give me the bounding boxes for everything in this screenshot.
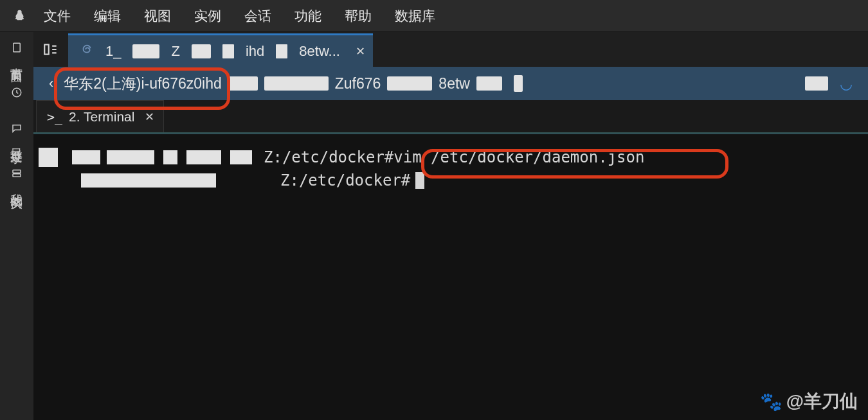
redacted-block [81, 173, 216, 188]
loading-spinner-icon: ◡ [840, 75, 853, 92]
breadcrumb-text: 华东2(上海)i-uf676z0ihd [64, 74, 221, 94]
terminal-text: Z:/etc/docker# [280, 169, 410, 192]
terminal[interactable]: Z:/etc/docker# vim /etc/docker/daemon.js… [33, 134, 868, 420]
redacted-block [805, 76, 828, 91]
redacted-block [514, 75, 523, 92]
prompt-icon: >_ [47, 109, 62, 125]
top-tabs: 1_ Z ihd 8etw... ✕ [33, 32, 868, 67]
close-icon[interactable]: ✕ [356, 44, 365, 58]
clock-icon [10, 86, 23, 99]
redacted-block [132, 44, 159, 58]
watermark-text: @羊刀仙 [786, 389, 858, 414]
redacted-block [228, 76, 258, 91]
redacted-block [230, 150, 252, 164]
terminal-line: Z:/etc/docker# vim /etc/docker/daemon.js… [33, 146, 868, 169]
cursor [415, 172, 424, 189]
redacted-block [39, 148, 58, 167]
redacted-block [163, 150, 177, 164]
redacted-block [72, 150, 100, 164]
terminal-tab[interactable]: >_ 2. Terminal ✕ [36, 100, 164, 132]
leftbar-recent-clock[interactable] [10, 77, 23, 108]
breadcrumb-text: Zuf676 [335, 75, 381, 92]
leftbar-current-page[interactable]: 当前页面 [8, 32, 25, 72]
menu-database[interactable]: 数据库 [383, 7, 447, 25]
file-icon [276, 44, 287, 58]
redacted-block [476, 76, 502, 91]
svg-rect-0 [14, 43, 21, 52]
close-icon[interactable]: ✕ [145, 110, 154, 124]
leftbar-recent-login[interactable]: 最近登录 [8, 113, 25, 153]
terminal-tab-label: 2. Terminal [69, 109, 134, 125]
server-icon [10, 167, 23, 180]
menubar: 文件 编辑 视图 实例 会话 功能 帮助 数据库 [0, 0, 868, 32]
svg-rect-4 [44, 44, 49, 54]
breadcrumb-text: 8etw [439, 75, 470, 92]
menu-session[interactable]: 会话 [233, 7, 283, 25]
menu-edit[interactable]: 编辑 [82, 7, 132, 25]
redacted-block [186, 150, 221, 164]
tab-text: ihd [246, 43, 264, 60]
chevron-left-icon[interactable]: ‹ [49, 75, 53, 92]
page-icon [10, 41, 23, 54]
tab-text: 8etw... [299, 43, 340, 60]
menu-help[interactable]: 帮助 [333, 7, 383, 25]
breadcrumb: ‹ 华东2(上海)i-uf676z0ihd Zuf676 8etw ◡ [33, 67, 868, 100]
debian-swirl-icon [80, 43, 94, 60]
redacted-block [264, 76, 329, 91]
menu-function[interactable]: 功能 [283, 7, 333, 25]
chat-icon [10, 122, 23, 135]
linux-logo-icon [6, 3, 32, 29]
svg-rect-3 [13, 174, 21, 177]
file-icon [222, 44, 234, 58]
terminal-tabs: >_ 2. Terminal ✕ [33, 100, 868, 134]
session-tab[interactable]: 1_ Z ihd 8etw... ✕ [68, 33, 373, 67]
terminal-text: vim /etc/docker/daemon.json [393, 146, 644, 169]
redacted-block [107, 150, 154, 164]
tab-text: Z [171, 43, 179, 60]
redacted-block [192, 44, 211, 58]
menu-file[interactable]: 文件 [32, 7, 82, 25]
watermark: 🐾 @羊刀仙 [760, 389, 858, 414]
menu-view[interactable]: 视图 [132, 7, 183, 25]
leftbar-my-instances[interactable]: 我的实例 [8, 158, 25, 198]
redacted-block [387, 76, 432, 91]
terminal-line: Z:/etc/docker# [33, 169, 868, 192]
panel-toggle-icon[interactable] [33, 32, 68, 67]
leftbar: 当前页面 最近登录 我的实例 [0, 32, 33, 420]
terminal-text: Z:/etc/docker# [264, 146, 393, 169]
menu-instance[interactable]: 实例 [183, 7, 233, 25]
tab-text: 1_ [105, 43, 121, 60]
paw-icon: 🐾 [760, 391, 782, 412]
svg-rect-2 [13, 170, 21, 173]
workspace: 1_ Z ihd 8etw... ✕ ‹ 华东2(上海)i-uf676z0ihd… [33, 32, 868, 420]
